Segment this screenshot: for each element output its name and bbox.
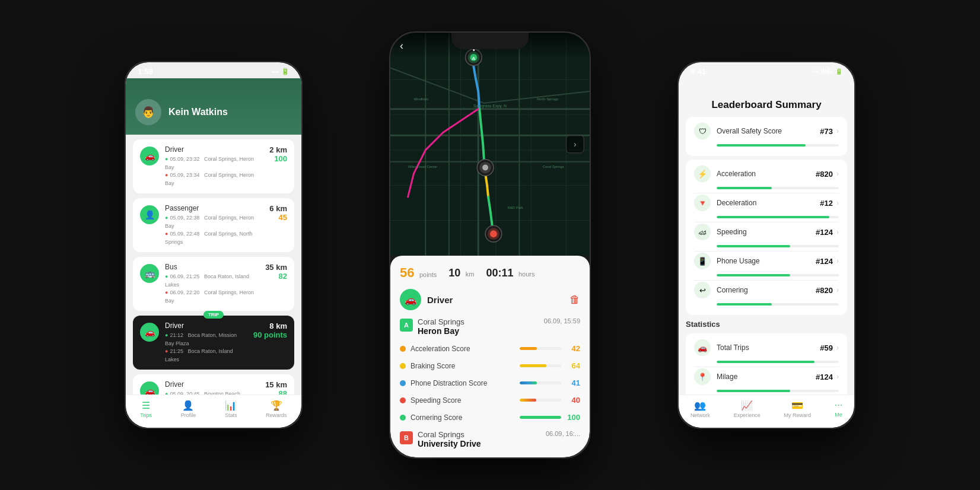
score-dot-speeding [400,397,406,403]
network-icon: 👥 [694,400,706,411]
acceleration-icon: ⚡ [694,166,711,182]
loc-marker-b: B [400,431,413,444]
lb-rank-speeding: #124 [816,228,833,237]
nav-profile[interactable]: 👤 Profile [181,400,196,418]
lb-bar-fill-acceleration [717,187,772,189]
stats-icon: 📊 [225,400,237,411]
lb-rank-phone: #124 [816,257,833,266]
score-row-speeding: Speeding Score 40 [400,393,580,407]
lb-rank-deceleration: #12 [820,199,833,208]
score-val-cornering: 100 [566,413,580,422]
table-row[interactable]: 🚌 Bus ●06.09, 21:25 Boca Raton, Island L… [133,257,294,311]
lb-label-speeding: Speeding [717,228,816,236]
battery-r-icon: 🔋 [835,68,842,75]
lb-total-trips[interactable]: 🚗 Total Trips #59 › [694,339,839,363]
trip-info: Driver ●21:12 Boca Raton, Mission Bay Pl… [165,322,247,364]
right-content: 9:41 ▪▪▪ WiFi 🔋 Leaderboard Summary 🛡 Ov… [679,62,854,428]
lb-rank-acceleration: #820 [816,170,833,179]
chevron-phone: › [836,257,839,265]
lb-bar-phone [717,274,839,276]
speeding-icon: 🏎 [694,224,711,240]
lb-label-phone: Phone Usage [717,257,816,265]
lb-bar-deceleration [717,216,839,218]
nav-stats[interactable]: 📊 Stats [225,400,237,418]
location-a-row: A Coral Springs Heron Bay 06.09, 15:59 [400,317,580,336]
lb-bar-cornering [717,303,839,306]
lb-bar-speeding [717,245,839,247]
leaderboard-content: 🛡 Overall Safety Score #73 › [679,117,854,405]
lb-bar-row-deceleration [694,216,839,218]
lb-cornering[interactable]: ↩ Cornering #820 › [694,282,839,306]
score-dot-cornering [400,415,406,421]
svg-point-32 [482,165,488,171]
score-bar-phone [520,381,561,384]
back-button[interactable]: ‹ [400,40,403,52]
table-row[interactable]: 👤 Passenger ●05.09, 22:38 Coral Springs,… [133,198,294,252]
lb-acceleration[interactable]: ⚡ Acceleration #820 › [694,166,839,189]
trip-info: Bus ●06.09, 21:25 Boca Raton, Island Lak… [165,263,259,305]
lb-phone-usage[interactable]: 📱 Phone Usage #124 › [694,253,839,276]
lb-bar-fill-cornering [717,303,772,306]
lb-label-milage: Milage [717,373,816,381]
lb-bar-acceleration [717,187,839,189]
loc-bold-a: Heron Bay [418,326,539,336]
left-content: 1:58 ▪▪▪ 🔋 👨 Kein Watkins 🚗 Driver [126,62,301,428]
table-row[interactable]: TRIP 🚗 Driver ●21:12 Boca Raton, Mission… [133,316,294,370]
trip-list[interactable]: 🚗 Driver ●05.09, 23:32 Coral Springs, He… [126,135,301,423]
svg-text:Coral Springs: Coral Springs [543,165,564,168]
lb-deceleration[interactable]: 🔻 Deceleration #12 › [694,195,839,218]
score-bar-acceleration [520,347,561,350]
nav-reward[interactable]: 💳 My Reward [784,400,811,418]
lb-speeding[interactable]: 🏎 Speeding #124 › [694,224,839,247]
trip-km: 35 km [265,263,287,272]
cellular-icon: ▪▪▪ [812,68,818,75]
delete-button[interactable]: 🗑 [569,294,580,306]
trip-mode-icon: 🚗 [140,147,159,166]
score-bar-speeding [520,399,561,402]
chevron-trips: › [836,343,839,352]
wifi-r-icon: WiFi [820,68,833,75]
left-status-icons: ▪▪▪ 🔋 [272,68,289,75]
trip-stats: 6 km 45 [269,204,287,222]
driver-row: 🚗 Driver 🗑 [400,289,580,310]
svg-text:North Springs: North Springs [537,97,558,101]
loc-info-a: Coral Springs Heron Bay [418,317,539,336]
nav-me[interactable]: ··· Me [835,400,842,418]
nav-trips[interactable]: ☰ Trips [140,400,152,418]
lb-label-deceleration: Deceleration [717,199,820,207]
trip-score: 100 [274,154,287,163]
trip-points-label: points [419,271,437,278]
score-val-acceleration: 42 [566,344,580,353]
lb-label-cornering: Cornering [717,286,816,294]
wifi-icon: 🔋 [281,68,289,75]
lb-label-acceleration: Acceleration [717,170,816,178]
chevron-milage: › [836,373,839,381]
loc-name-a: Coral Springs [418,317,539,326]
trip-mode: Driver [165,380,259,389]
lb-bar-row-cornering [694,303,839,306]
signal-icon: ▪▪▪ [272,68,279,75]
svg-text:R&D Park: R&D Park [508,206,523,209]
score-name-phone: Phone Distraction Score [411,379,515,387]
nav-network[interactable]: 👥 Network [691,400,710,418]
loc-time-b: 06.09, 16:... [546,430,580,437]
trip-mode: Driver [165,145,263,154]
overall-safety-card[interactable]: 🛡 Overall Safety Score #73 › [686,117,847,156]
lb-bar-fill-speeding [717,245,790,247]
table-row[interactable]: 🚗 Driver ●05.09, 23:32 Coral Springs, He… [133,139,294,193]
overall-row: 🛡 Overall Safety Score #73 › [694,123,839,139]
nav-rewards[interactable]: 🏆 Rewards [266,400,287,418]
trip-details: ●21:12 Boca Raton, Mission Bay Plaza ●21… [165,332,247,364]
lb-label-trips: Total Trips [717,343,820,352]
driver-label: Driver [427,295,564,305]
lb-milage[interactable]: 📍 Milage #124 › [694,368,839,392]
score-row-braking: Braking Score 64 [400,359,580,373]
trip-info: Driver ●05.09, 23:32 Coral Springs, Hero… [165,145,263,187]
loc-time-a: 06.09, 15:59 [544,317,580,324]
trip-km: 6 km [269,204,287,213]
overall-icon: 🛡 [694,123,711,139]
notch [451,33,529,49]
nav-me-label: Me [835,412,842,418]
lb-bar-row-acceleration [694,187,839,189]
nav-experience[interactable]: 📈 Experience [734,400,761,418]
